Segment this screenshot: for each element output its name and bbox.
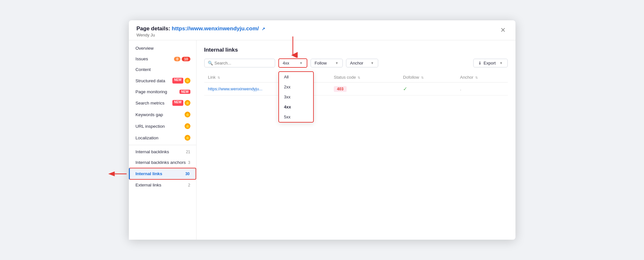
cell-status: 403 [330,83,399,95]
sidebar-label-issues: Issues [136,56,148,61]
search-box[interactable]: 🔍 [204,59,275,67]
status-option-all[interactable]: All [279,72,313,82]
toolbar: 🔍 4xx ▼ All [204,58,508,68]
modal-subtitle: Wendy Ju [137,33,265,37]
arrow-left-annotation [107,168,129,180]
issues-badges: 0 10 [174,57,190,61]
sidebar-item-localization[interactable]: Localization ⭐ [129,132,196,144]
sidebar-label-url-inspection: URL inspection [136,124,165,129]
status-filter-menu: All 2xx 3xx 4xx 5xx [278,71,314,123]
export-chevron: ▼ [500,61,503,65]
col-dofollow: Dofollow ⇅ [399,72,456,83]
table-row: https://www.wenxinwendyju... 403 ✓ . [204,83,508,95]
issues-badge-0: 0 [174,57,180,61]
export-label: Export [484,61,496,65]
cell-anchor: . [456,83,507,95]
internal-links-count: 30 [185,172,189,176]
structured-data-badges: NEW ⭐ [172,78,190,84]
export-button[interactable]: ⇓ Export ▼ [473,59,507,67]
status-filter-value: 4xx [283,61,289,65]
sort-icon-link: ⇅ [217,76,220,79]
sidebar-label-external-links: External links [136,183,161,187]
sidebar-label-structured-data: Structured data [136,78,165,83]
search-input[interactable] [215,61,272,65]
sidebar-item-content[interactable]: Content [129,64,196,75]
sidebar-label-internal-links: Internal links [136,171,162,176]
col-anchor: Anchor ⇅ [456,72,507,83]
internal-backlinks-count: 21 [186,150,190,154]
sidebar-item-internal-links[interactable]: Internal links 30 [129,168,196,180]
status-filter-chevron: ▼ [300,61,303,65]
sidebar-label-internal-backlinks: Internal backlinks [136,149,169,154]
keywords-gap-pro-badge: ⭐ [185,112,190,117]
status-filter-wrapper: 4xx ▼ All 2xx 3xx 4xx 5xx [278,58,307,68]
sidebar-item-structured-data[interactable]: Structured data NEW ⭐ [129,75,196,86]
sidebar-label-content: Content [136,67,151,72]
sidebar-divider [129,145,196,145]
external-links-count: 2 [188,183,190,187]
follow-filter-value: Follow [315,61,327,65]
search-metrics-badges: NEW ⭐ [172,100,190,106]
external-link-icon: ↗ [262,26,265,31]
anchor-filter-chevron: ▼ [371,61,374,65]
page-url-link[interactable]: https://www.wenxinwendyju.com/ [172,25,259,32]
anchor-filter-dropdown[interactable]: Anchor ▼ [346,59,378,67]
follow-filter-chevron: ▼ [335,61,339,65]
sidebar-item-internal-backlinks-anchors[interactable]: Internal backlinks anchors 3 [129,157,196,168]
col-status-code: Status code ⇅ [330,72,399,83]
title-prefix: Page details: [137,25,172,32]
status-option-3xx[interactable]: 3xx [279,92,313,102]
dofollow-check: ✓ [403,86,407,92]
page-details-modal: Page details: https://www.wenxinwendyju.… [129,20,515,240]
header-content: Page details: https://www.wenxinwendyju.… [137,25,265,37]
structured-data-pro-badge: ⭐ [185,78,190,84]
status-option-2xx[interactable]: 2xx [279,82,313,92]
sidebar-label-overview: Overview [136,46,154,51]
modal-title: Page details: https://www.wenxinwendyju.… [137,25,265,32]
cell-dofollow: ✓ [399,83,456,95]
sidebar-item-keywords-gap[interactable]: Keywords gap ⭐ [129,109,196,120]
status-filter-dropdown[interactable]: 4xx ▼ [278,58,307,68]
close-button[interactable]: ✕ [498,25,508,35]
sidebar-label-page-monitoring: Page monitoring [136,89,167,94]
sidebar-label-search-metrics: Search metrics [136,101,165,105]
modal-header: Page details: https://www.wenxinwendyju.… [129,20,515,40]
sidebar-item-url-inspection[interactable]: URL inspection ⭐ [129,120,196,132]
modal-body: Overview Issues 0 10 Content Structured … [129,40,515,240]
section-title: Internal links [204,47,508,53]
internal-backlinks-anchors-count: 3 [188,160,190,165]
sidebar-label-internal-backlinks-anchors: Internal backlinks anchors [136,160,186,165]
sidebar: Overview Issues 0 10 Content Structured … [129,40,197,240]
sort-icon-status: ⇅ [358,76,360,79]
link-value[interactable]: https://www.wenxinwendyju... [208,86,263,91]
search-icon: 🔍 [208,61,213,65]
search-metrics-pro-badge: ⭐ [185,100,190,106]
anchor-value: . [460,86,461,91]
follow-filter-dropdown[interactable]: Follow ▼ [311,59,343,67]
localization-pro-badge: ⭐ [185,135,190,141]
sidebar-label-localization: Localization [136,135,159,140]
sidebar-item-overview[interactable]: Overview [129,43,196,54]
links-table: Link ⇅ Status code ⇅ Dofollow ⇅ Anchor [204,72,508,95]
sort-icon-dofollow: ⇅ [421,76,424,79]
sidebar-item-search-metrics[interactable]: Search metrics NEW ⭐ [129,97,196,109]
structured-data-new-badge: NEW [172,78,183,84]
search-metrics-new-badge: NEW [172,100,183,106]
sidebar-item-external-links[interactable]: External links 2 [129,180,196,190]
arrow-down-annotation [288,36,298,58]
sidebar-item-internal-backlinks[interactable]: Internal backlinks 21 [129,146,196,157]
sidebar-item-page-monitoring[interactable]: Page monitoring NEW [129,86,196,97]
url-inspection-pro-badge: ⭐ [185,123,190,129]
anchor-filter-value: Anchor [350,61,363,65]
status-option-4xx[interactable]: 4xx [279,102,313,112]
page-monitoring-new-badge: NEW [179,90,190,94]
sort-icon-anchor: ⇅ [475,76,478,79]
sidebar-item-issues[interactable]: Issues 0 10 [129,54,196,64]
export-icon: ⇓ [478,61,482,65]
status-option-5xx[interactable]: 5xx [279,112,313,122]
main-content-area: Internal links 🔍 4xx ▼ [197,40,515,240]
status-badge: 403 [334,86,347,92]
sidebar-label-keywords-gap: Keywords gap [136,112,163,117]
issues-badge-10: 10 [182,57,190,61]
